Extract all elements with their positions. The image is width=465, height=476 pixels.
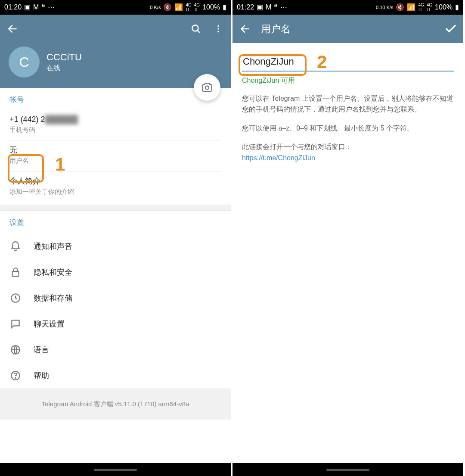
phone-row[interactable]: +1 (442) 2██████ 手机号码 — [9, 111, 221, 140]
header-title: 用户名 — [261, 22, 435, 36]
more-notifications-icon: ⋯ — [280, 4, 287, 11]
signal-4g-icon-2: 4G⫶ı — [194, 3, 200, 12]
svg-point-4 — [205, 86, 209, 90]
mail-icon: M — [33, 4, 39, 11]
settings-row-data[interactable]: 数据和存储 — [0, 285, 231, 311]
lock-icon — [9, 266, 22, 278]
profile-header: C CCCiTU 在线 — [0, 43, 231, 88]
hangouts-icon: ❝ — [274, 4, 278, 11]
phone-label: 手机号码 — [9, 126, 221, 134]
nav-back[interactable] — [171, 465, 214, 474]
android-navbar — [0, 463, 231, 476]
signal-4g-icon: 4G⫶ı — [418, 3, 424, 12]
settings-row-help[interactable]: 帮助 — [0, 363, 231, 389]
bio-label: 添加一些关于你的介绍 — [9, 188, 221, 196]
globe-icon — [9, 344, 22, 356]
more-icon[interactable] — [212, 22, 225, 35]
confirm-icon[interactable] — [444, 22, 457, 35]
svg-point-9 — [15, 378, 16, 378]
phone-value: +1 (442) 2██████ — [9, 115, 221, 124]
mute-icon: 🔇 — [163, 4, 172, 11]
settings-item-label: 隐私和安全 — [34, 267, 72, 277]
username-info: ChongZiJun 可用 您可以在 Telegram 上设置一个用户名。设置后… — [232, 75, 463, 164]
settings-item-label: 数据和存储 — [34, 293, 72, 303]
net-speed: 0.10 K/s — [376, 5, 393, 10]
net-speed: 0 K/s — [150, 5, 161, 10]
settings-section: 设置 — [0, 211, 231, 227]
signal-4g-icon-2: 4G⫶ı — [427, 3, 432, 12]
battery-text: 100% — [202, 3, 220, 11]
image-icon: ▣ — [24, 4, 31, 11]
help-icon — [9, 370, 22, 382]
annotation-number-1: 1 — [55, 154, 65, 175]
avatar[interactable]: C — [9, 47, 40, 78]
back-icon[interactable] — [6, 22, 19, 35]
header: C CCCiTU 在线 — [0, 15, 231, 88]
account-section-title: 帐号 — [9, 95, 221, 105]
settings-row-language[interactable]: 语言 — [0, 337, 231, 363]
status-bar: 01:22 ▣ M ❝ ⋯ 0.10 K/s 🔇 📶 4G⫶ı 4G⫶ı 100… — [232, 0, 463, 15]
mail-icon: M — [266, 4, 271, 11]
username-value: 无 — [9, 145, 221, 155]
settings-item-label: 帮助 — [34, 370, 49, 381]
nav-back[interactable] — [403, 465, 446, 474]
settings-row-privacy[interactable]: 隐私和安全 — [0, 259, 231, 285]
annotation-box-2 — [239, 54, 307, 76]
settings-item-label: 聊天设置 — [34, 319, 65, 329]
profile-name: CCCiTU — [46, 52, 82, 63]
settings-section-title: 设置 — [9, 218, 221, 227]
battery-icon: ▮ — [455, 4, 459, 11]
username-screen: 01:22 ▣ M ❝ ⋯ 0.10 K/s 🔇 📶 4G⫶ı 4G⫶ı 100… — [232, 0, 465, 476]
battery-icon: ▮ — [223, 4, 226, 11]
more-notifications-icon: ⋯ — [48, 4, 55, 11]
back-icon[interactable] — [239, 22, 251, 35]
account-section: 帐号 +1 (442) 2██████ 手机号码 无 用户名 个人简介 添加一些… — [0, 88, 231, 205]
wifi-icon: 📶 — [407, 4, 415, 11]
camera-fab[interactable] — [194, 74, 220, 101]
nav-recents[interactable] — [249, 465, 292, 474]
mute-icon: 🔇 — [396, 4, 404, 11]
annotation-box-1 — [8, 154, 44, 183]
chat-icon — [9, 318, 22, 330]
signal-4g-icon: 4G⫶ı — [186, 3, 191, 12]
android-navbar — [232, 463, 463, 476]
image-icon: ▣ — [257, 4, 263, 11]
search-icon[interactable] — [189, 22, 202, 35]
header: 用户名 — [232, 15, 463, 43]
nav-home[interactable] — [326, 465, 369, 474]
profile-status: 在线 — [46, 64, 82, 73]
wifi-icon: 📶 — [174, 4, 183, 11]
desc-paragraph-2: 您可以使用 a–z、0–9 和下划线。最小长度为 5 个字符。 — [242, 123, 454, 134]
settings-item-label: 语言 — [34, 345, 49, 355]
status-bar: 01:20 ▣ M ❝ ⋯ 0 K/s 🔇 📶 4G⫶ı 4G⫶ı 100% ▮ — [0, 0, 231, 15]
availability-text: ChongZiJun 可用 — [242, 75, 454, 86]
desc-paragraph-1: 您可以在 Telegram 上设置一个用户名。设置后，别人将能够在不知道您的手机… — [242, 93, 454, 115]
battery-text: 100% — [435, 3, 453, 11]
section-gap — [0, 205, 231, 211]
nav-home[interactable] — [94, 465, 137, 474]
status-time: 01:22 — [237, 3, 254, 11]
bell-icon — [9, 240, 22, 252]
hangouts-icon: ❝ — [41, 4, 45, 11]
profile-link[interactable]: https://t.me/ChongZiJun — [242, 152, 454, 164]
desc-paragraph-3: 此链接会打开一个与您的对话窗口： — [242, 141, 454, 152]
svg-point-1 — [217, 25, 219, 27]
nav-recents[interactable] — [17, 465, 60, 474]
settings-row-notifications[interactable]: 通知和声音 — [0, 233, 231, 259]
svg-point-3 — [217, 31, 219, 33]
status-time: 01:20 — [4, 3, 22, 11]
settings-item-label: 通知和声音 — [34, 241, 72, 252]
clock-icon — [9, 292, 22, 304]
settings-screen: 01:20 ▣ M ❝ ⋯ 0 K/s 🔇 📶 4G⫶ı 4G⫶ı 100% ▮ — [0, 0, 232, 476]
svg-point-2 — [217, 28, 219, 30]
svg-rect-5 — [12, 271, 19, 277]
annotation-number-2: 2 — [317, 52, 327, 72]
version-text: Telegram Android 客户端 v5.11.0 (1710) arm6… — [0, 389, 231, 420]
settings-row-chat[interactable]: 聊天设置 — [0, 311, 231, 337]
